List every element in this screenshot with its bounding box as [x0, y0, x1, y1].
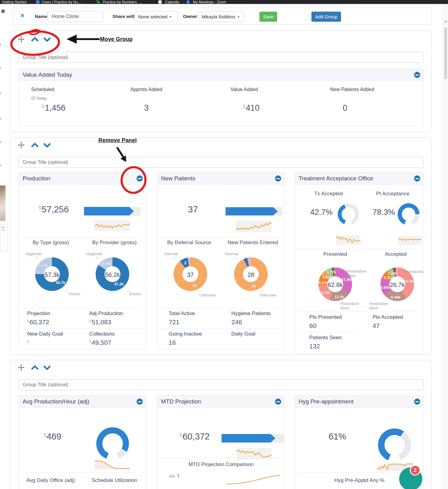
owner-label: Owner	[183, 14, 197, 19]
metric-label: New Patients Added	[330, 87, 374, 92]
sidebar-sliver	[0, 141, 1, 143]
move-group-handle[interactable]	[18, 142, 25, 150]
stat-value: 47	[373, 322, 380, 329]
progress-bar	[84, 207, 141, 215]
move-group-down-button[interactable]	[43, 36, 51, 44]
stat-value: 132	[309, 343, 320, 350]
remove-panel-button[interactable]	[275, 399, 281, 405]
donut-callout: Restorative Major	[346, 269, 369, 278]
progress-bar	[226, 207, 282, 215]
bookmark-practice-by-numbers[interactable]: Practice by Numbers: ...	[103, 0, 142, 4]
remove-panel-button[interactable]	[137, 399, 143, 405]
browser-bookmarks-bar: Getting Started Users | Practice by Nu..…	[0, 0, 448, 4]
footer-label: Avg Daily Office (adj)	[19, 477, 83, 483]
metric-value: 3	[144, 103, 149, 113]
chart-title: New Patients Entered	[221, 240, 285, 246]
slice-label: 1.33k	[388, 271, 397, 276]
stat-value: $51,083	[89, 318, 111, 326]
gauge-value: 78.3%	[373, 208, 395, 217]
metric-value: 0	[343, 103, 347, 113]
progress-bar	[222, 434, 285, 443]
notification-badge: 2	[410, 465, 420, 476]
owner-dropdown[interactable]: Mikayla Robbins ▾	[198, 11, 244, 22]
donut-callout: Unknown	[260, 293, 276, 297]
donut-by-referral: Internal 3 33 37 Unknown	[167, 251, 213, 297]
period-row: Today	[31, 96, 47, 101]
gauge-avg-production	[96, 427, 129, 460]
slice-label: 8.99k	[102, 262, 111, 266]
share-with-dropdown[interactable]: None selected ▾	[135, 11, 178, 22]
group-title-input[interactable]	[19, 379, 424, 390]
panel-title: Production	[23, 175, 50, 182]
add-group-button[interactable]: Add Group	[311, 12, 341, 22]
sidebar-sliver	[0, 118, 1, 120]
move-group-handle[interactable]	[18, 36, 25, 44]
sparkline	[95, 459, 130, 469]
divider	[297, 249, 421, 249]
donut-center-value: 62.8k	[312, 281, 358, 289]
gauge-pt-acceptance	[398, 203, 420, 225]
remove-panel-button[interactable]	[414, 399, 420, 405]
remove-panel-button[interactable]	[275, 175, 281, 182]
dashboard-group-2: Production $57,256 By Type (gross) By Pr…	[10, 138, 431, 355]
scrollbar-up-icon[interactable]	[444, 19, 447, 24]
bookmark-zoom[interactable]: My Meetings - Zoom	[193, 0, 226, 4]
remove-panel-button[interactable]	[137, 175, 143, 182]
move-group-down-button[interactable]	[43, 365, 51, 372]
panel-mtd-projection: MTD Projection $60,372 MTD Projection Co…	[157, 395, 285, 489]
move-group-up-button[interactable]	[31, 36, 39, 44]
donut-accepted: Periodontics 10.9k 6.08k 4.84k 2.31k 1.3…	[374, 261, 420, 307]
save-button[interactable]: Save	[259, 12, 277, 22]
sidebar-sliver	[0, 92, 1, 94]
divider	[10, 155, 431, 155]
donut-by-type: Hygienist 14.6k 42.7k 57.3k Doctor	[29, 251, 75, 297]
dashboard-name-input[interactable]	[48, 11, 103, 22]
panel-production: Production $57,256 By Type (gross) By Pr…	[19, 172, 146, 349]
bookmark-getting-started[interactable]: Getting Started	[2, 0, 27, 4]
panel-title: Value Added Today	[23, 72, 72, 78]
close-icon[interactable]: ×	[20, 12, 24, 20]
sidebar-sliver	[0, 164, 1, 167]
dashboard-group-3: Avg Production/Hour (adj) $469 Avg Daily…	[10, 360, 431, 489]
stat-label: Going Inactive	[169, 331, 202, 337]
divider	[21, 472, 143, 472]
stat-value: $	[27, 339, 30, 346]
donut-callout: Internal	[164, 252, 178, 256]
stat-label: Patients Seen	[309, 335, 342, 341]
remove-panel-button[interactable]	[414, 175, 420, 182]
bookmark-users-pbn[interactable]: Users | Practice by Nu...	[42, 0, 81, 4]
divider	[160, 308, 282, 308]
thumbnail-image	[0, 186, 6, 221]
remove-panel-button[interactable]	[414, 72, 420, 78]
chart-title: Accepted	[373, 251, 419, 257]
panel-avg-production-hour: Avg Production/Hour (adj) $469 Avg Daily…	[19, 395, 146, 489]
donut-callout: Doctor	[129, 292, 141, 296]
stat-label: Pts Accepted	[373, 314, 403, 320]
stat-value: 246	[231, 318, 242, 326]
move-group-handle[interactable]	[18, 364, 25, 372]
donut-center-value: 28	[228, 271, 274, 278]
move-group-down-button[interactable]	[43, 142, 51, 149]
group-title-input[interactable]	[19, 52, 424, 63]
owner-value: Mikayla Robbins	[202, 14, 235, 19]
gauge-tx-accepted	[338, 204, 359, 225]
scrollbar-thumb[interactable]	[444, 27, 447, 79]
move-group-up-button[interactable]	[31, 142, 39, 149]
page-scrollbar[interactable]	[443, 4, 448, 489]
move-group-up-button[interactable]	[31, 365, 39, 372]
group-title-input[interactable]	[19, 157, 424, 168]
divider	[297, 332, 359, 332]
home-icon[interactable]	[1, 9, 6, 15]
stat-label: Pts Presented	[309, 314, 342, 320]
remove-panel-annotation: Remove Panel	[98, 137, 137, 144]
bookmark-calendly[interactable]: Calendly	[165, 0, 179, 4]
stat-label: Collections	[89, 331, 115, 337]
divider	[10, 50, 431, 51]
leaf-icon	[97, 0, 100, 4]
panel-title: MTD Projection	[161, 398, 201, 405]
dashboard-group-1: Value Added Today Scheduled Today $1,456…	[10, 31, 431, 132]
slice-label: 14.6k	[39, 263, 48, 268]
slice-label: 6.08k	[391, 295, 400, 300]
dashboard-editor-toolbar: × Name Share with None selected ▾ Owner …	[12, 8, 431, 25]
donut-callout: Internal	[225, 252, 238, 256]
